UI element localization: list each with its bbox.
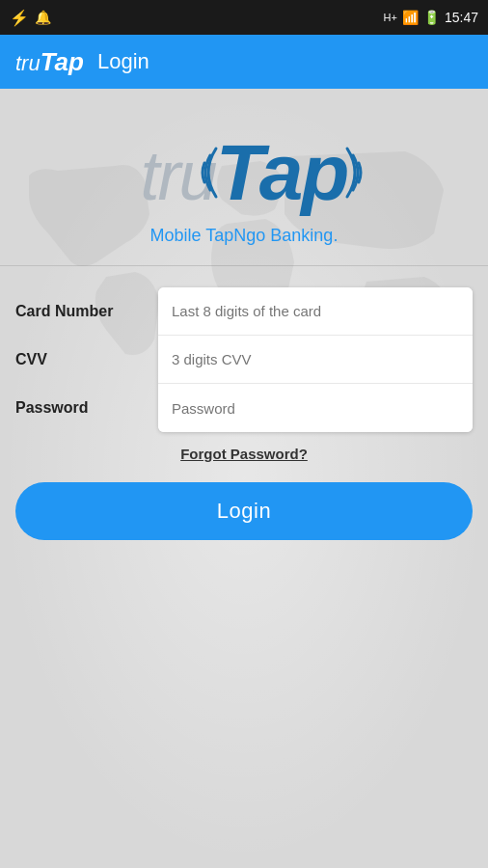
- status-bar: ⚡ 🔔 H+ 📶 🔋 15:47: [0, 0, 488, 35]
- battery-icon: 🔋: [423, 10, 440, 25]
- logo-tru-text: tru: [15, 51, 41, 76]
- logo-large-tap: Tap: [216, 127, 348, 218]
- status-bar-left: ⚡ 🔔: [10, 9, 51, 27]
- app-subtitle: Mobile TapNgo Banking.: [150, 226, 339, 246]
- forgot-password-link[interactable]: Forgot Password?: [180, 446, 308, 462]
- cvv-label: CVV: [15, 336, 158, 384]
- form-labels: Card Number CVV Password: [15, 287, 158, 432]
- notification-icon: 🔔: [35, 10, 51, 25]
- hplus-indicator: H+: [384, 12, 397, 23]
- inputs-container: [158, 287, 473, 432]
- usb-icon: ⚡: [10, 9, 29, 27]
- arc-right-icon: [343, 144, 365, 202]
- signal-icon: 📶: [402, 10, 419, 25]
- main-logo: tru Tap: [141, 127, 348, 218]
- status-bar-right: H+ 📶 🔋 15:47: [384, 10, 478, 25]
- logo-section: tru Tap Mobile TapNgo Banking.: [141, 127, 348, 246]
- time-display: 15:47: [445, 10, 478, 25]
- login-form: Card Number CVV Password: [0, 266, 488, 432]
- app-logo: truTap: [15, 47, 84, 77]
- main-content: tru Tap Mobile TapNgo Banking.: [0, 89, 488, 868]
- password-label: Password: [15, 384, 158, 432]
- login-button-wrapper: Login: [0, 463, 488, 540]
- page-title: Login: [97, 49, 149, 74]
- app-bar: truTap Login: [0, 35, 488, 89]
- logo-large-tap-container: Tap: [216, 127, 348, 218]
- logo-tap-text: Tap: [41, 47, 84, 77]
- card-number-input[interactable]: [158, 287, 473, 336]
- password-input[interactable]: [158, 384, 473, 432]
- card-number-label: Card Number: [15, 287, 158, 336]
- form-labels-and-inputs: Card Number CVV Password: [15, 287, 473, 432]
- login-button[interactable]: Login: [15, 482, 473, 540]
- forgot-password-section: Forgot Password?: [180, 446, 308, 463]
- cvv-input[interactable]: [158, 336, 473, 384]
